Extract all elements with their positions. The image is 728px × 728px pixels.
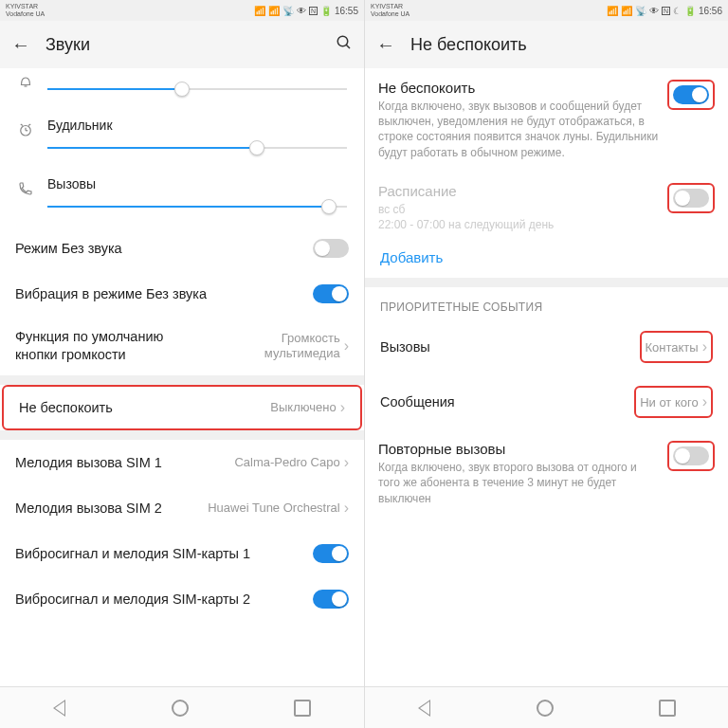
moon-icon: ☾ [673, 6, 682, 16]
nav-bar [365, 686, 728, 728]
battery-icon: 🔋 [684, 6, 696, 16]
toggle-silent[interactable] [313, 239, 349, 258]
toggle-schedule[interactable] [673, 189, 709, 208]
clock: 16:56 [699, 6, 722, 16]
nfc-icon: N [309, 7, 318, 15]
carrier-1: KYIVSTAR [6, 3, 45, 10]
eye-icon: 👁 [649, 6, 659, 16]
eye-icon: 👁 [297, 6, 306, 16]
slider-alarm[interactable]: Будильник [0, 108, 364, 167]
back-icon[interactable]: ← [11, 34, 30, 56]
nav-recent[interactable] [294, 700, 311, 717]
header: ← Звуки [0, 21, 364, 68]
chevron-icon: › [702, 393, 707, 410]
header: ← Не беспокоить [365, 21, 728, 68]
nav-back[interactable] [53, 700, 66, 717]
row-add-schedule[interactable]: Добавить [365, 244, 728, 278]
svg-line-6 [21, 124, 23, 126]
nav-home[interactable] [172, 700, 189, 717]
row-ringtone-sim1[interactable]: Мелодия вызова SIM 1 Calma-Pedro Capo › [0, 440, 364, 485]
toggle-repeat-calls[interactable] [673, 446, 709, 465]
nav-home[interactable] [537, 700, 554, 717]
row-schedule[interactable]: Расписание вс сб 22:00 - 07:00 на следую… [365, 172, 728, 244]
row-silent-mode[interactable]: Режим Без звука [0, 226, 364, 271]
chevron-icon: › [344, 337, 349, 355]
row-calls-priority[interactable]: Вызовы Контакты › [365, 319, 728, 374]
screen-sounds: KYIVSTAR Vodafone UA 📶 📶 📡 👁 N 🔋 16:55 ←… [0, 0, 364, 728]
chevron-icon: › [344, 454, 349, 471]
carrier-2: Vodafone UA [371, 10, 410, 18]
row-volume-fn[interactable]: Функция по умолчанию кнопки громкости Гр… [0, 317, 364, 375]
slider-calls[interactable]: Вызовы [0, 167, 364, 226]
nav-recent[interactable] [659, 700, 676, 717]
svg-point-0 [337, 36, 348, 46]
alarm-icon [11, 121, 40, 143]
nav-back[interactable] [418, 700, 431, 717]
carrier-1: KYIVSTAR [371, 3, 410, 10]
section-priority: ПРИОРИТЕТНЫЕ СОБЫТИЯ [365, 287, 728, 319]
chevron-icon: › [340, 399, 345, 416]
battery-icon: 🔋 [320, 6, 332, 16]
row-repeat-calls: Повторные вызовы Когда включено, звук вт… [365, 429, 728, 518]
nfc-icon: N [662, 7, 670, 15]
chevron-icon: › [702, 338, 707, 355]
svg-line-7 [28, 124, 30, 126]
phone-icon [11, 180, 40, 202]
carrier-2: Vodafone UA [6, 10, 45, 18]
page-title: Не беспокоить [410, 35, 717, 55]
nav-bar [0, 686, 364, 728]
row-ringtone-sim2[interactable]: Мелодия вызова SIM 2 Huawei Tune Orchest… [0, 485, 364, 531]
svg-line-1 [346, 45, 350, 48]
toggle-vibe-sim2[interactable] [313, 590, 349, 609]
page-title: Звуки [46, 35, 320, 55]
bell-icon [11, 72, 40, 94]
back-icon[interactable]: ← [376, 34, 395, 56]
screen-dnd: KYIVSTAR Vodafone UA 📶 📶 📡 👁 N ☾ 🔋 16:56… [364, 0, 728, 728]
clock: 16:55 [335, 6, 358, 16]
row-dnd[interactable]: Не беспокоить Выключено › [2, 385, 362, 430]
toggle-dnd[interactable] [673, 85, 709, 104]
row-dnd-master: Не беспокоить Когда включено, звук вызов… [365, 68, 728, 172]
search-icon[interactable] [336, 34, 353, 56]
status-bar: KYIVSTAR Vodafone UA 📶 📶 📡 👁 N 🔋 16:55 [0, 0, 364, 21]
signal-icon: 📶 📶 📡 [254, 6, 294, 16]
slider-calls-label: Вызовы [47, 176, 347, 191]
toggle-vibe-silent[interactable] [313, 284, 349, 303]
slider-melody[interactable]: Мелодии [0, 68, 364, 108]
row-messages-priority[interactable]: Сообщения Ни от кого › [365, 374, 728, 429]
toggle-vibe-sim1[interactable] [313, 544, 349, 563]
slider-alarm-label: Будильник [47, 118, 347, 133]
row-vibe-sim2[interactable]: Вибросигнал и мелодия SIM-карты 2 [0, 576, 364, 622]
row-vibe-sim1[interactable]: Вибросигнал и мелодия SIM-карты 1 [0, 531, 364, 576]
signal-icon: 📶 📶 📡 [607, 6, 646, 16]
status-bar: KYIVSTAR Vodafone UA 📶 📶 📡 👁 N ☾ 🔋 16:56 [365, 0, 728, 21]
row-vibe-silent[interactable]: Вибрация в режиме Без звука [0, 271, 364, 317]
chevron-icon: › [344, 500, 349, 517]
